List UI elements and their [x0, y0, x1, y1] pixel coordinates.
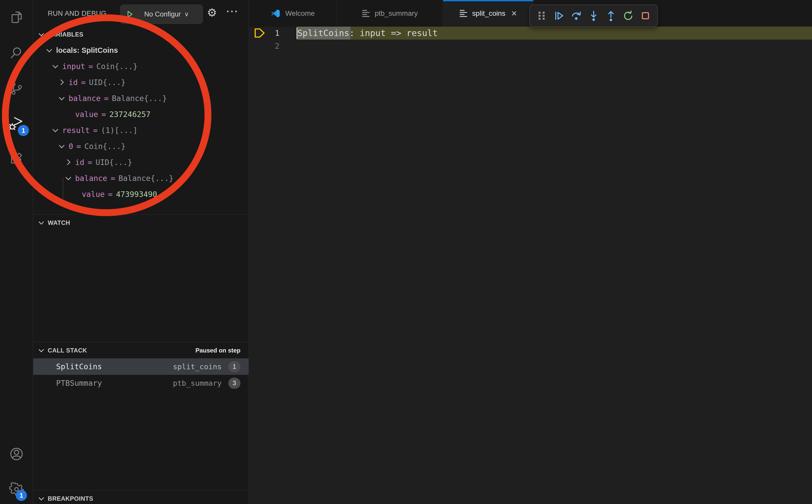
paused-status-badge: Paused on step [195, 347, 240, 354]
debug-settings-gear-icon[interactable]: ⚙ [207, 5, 217, 20]
chevron-down-icon[interactable] [51, 126, 60, 135]
debug-config-dropdown[interactable]: No Configur ∨ [120, 5, 203, 24]
toolbar-drag-handle[interactable] [534, 7, 550, 25]
tab-label: ptb_summary [375, 9, 418, 18]
frame-line-badge: 3 [228, 378, 240, 389]
call-stack-section-header[interactable]: CALL STACK Paused on step [33, 342, 248, 358]
stop-button[interactable] [638, 7, 653, 25]
variable-row-balance2[interactable]: balance = Balance{...} [33, 170, 248, 186]
chevron-right-icon[interactable] [64, 158, 73, 167]
chevron-right-icon[interactable] [57, 78, 66, 87]
settings-badge: 1 [16, 490, 27, 501]
vscode-window: 1 1 RUN AND DEBUG [0, 0, 812, 504]
chevron-down-icon[interactable] [45, 46, 54, 55]
tab-split-coins[interactable]: split_coins × [443, 0, 534, 27]
line-number-2: 2 [249, 40, 279, 53]
chevron-down-icon[interactable] [38, 347, 45, 354]
notebook-icon [460, 9, 467, 18]
chevron-down-icon[interactable] [38, 495, 45, 502]
debug-toolbar [530, 5, 658, 27]
activity-bar: 1 1 [0, 0, 33, 504]
search-icon [9, 45, 24, 60]
call-stack-section-title: CALL STACK [48, 347, 87, 354]
call-stack-frame-splitcoins[interactable]: SplitCoins split_coins 1 [33, 358, 248, 375]
line-number-1: 1 [249, 27, 279, 40]
debug-badge: 1 [18, 125, 29, 136]
sidebar-header: RUN AND DEBUG No Configur ∨ ⚙ ⋯ [33, 0, 248, 26]
frame-line-badge: 1 [228, 361, 240, 372]
settings-button[interactable]: 1 [0, 475, 33, 504]
variable-row-id2[interactable]: id = UID{...} [33, 154, 248, 170]
config-label: No Configur [144, 10, 181, 18]
sidebar-item-search[interactable] [0, 38, 33, 68]
account-icon [9, 446, 24, 462]
variable-row-id[interactable]: id = UID{...} [33, 74, 248, 90]
sidebar-item-source-control[interactable] [0, 74, 33, 103]
variable-row-value2[interactable]: value = 473993490 [33, 186, 248, 202]
code-word-splitcoins: SplitCoins [297, 28, 349, 38]
variable-row-input[interactable]: input = Coin{...} [33, 58, 248, 74]
variable-row-value[interactable]: value = 237246257 [33, 106, 248, 122]
more-actions-icon[interactable]: ⋯ [226, 4, 238, 19]
sidebar-item-extensions[interactable] [0, 144, 33, 173]
editor-group: Welcome ptb_summary split_coins × [249, 0, 812, 504]
chevron-down-icon: ∨ [184, 11, 189, 18]
chevron-down-icon[interactable] [64, 174, 73, 183]
tab-label: Welcome [285, 9, 314, 18]
start-debug-icon[interactable] [120, 5, 139, 24]
tab-ptb-summary[interactable]: ptb_summary [337, 0, 443, 27]
chevron-down-icon[interactable] [38, 219, 45, 227]
close-icon[interactable]: × [511, 10, 517, 17]
indent-guide [63, 178, 63, 203]
chevron-down-icon[interactable] [38, 31, 45, 38]
variable-row-locals[interactable]: locals: SplitCoins [33, 42, 248, 58]
breakpoints-section-header[interactable]: BREAKPOINTS [33, 490, 248, 504]
chevron-down-icon[interactable] [57, 142, 66, 151]
variable-row-0[interactable]: 0 = Coin{...} [33, 138, 248, 154]
run-and-debug-sidebar: RUN AND DEBUG No Configur ∨ ⚙ ⋯ VARIABLE… [33, 0, 249, 504]
watch-section-title: WATCH [48, 219, 70, 226]
extensions-icon [9, 151, 24, 166]
git-branch-icon [9, 81, 24, 96]
tab-welcome[interactable]: Welcome [249, 0, 337, 27]
watch-section-header[interactable]: WATCH [33, 214, 248, 231]
step-over-button[interactable] [569, 7, 584, 25]
continue-button[interactable] [551, 7, 567, 25]
code-editor[interactable]: 1 2 SplitCoins: input => result [249, 27, 812, 504]
chevron-down-icon[interactable] [57, 94, 66, 103]
breakpoints-section-title: BREAKPOINTS [48, 495, 93, 502]
call-stack-frame-ptbsummary[interactable]: PTBSummary ptb_summary 3 [33, 375, 248, 391]
variables-section-header[interactable]: VARIABLES [33, 26, 248, 43]
files-icon [9, 10, 24, 25]
step-out-button[interactable] [603, 7, 619, 25]
accounts-button[interactable] [0, 439, 33, 469]
sidebar-item-run-and-debug[interactable]: 1 [0, 109, 33, 138]
variable-row-result[interactable]: result = (1)[...] [33, 122, 248, 138]
sidebar-item-explorer[interactable] [0, 3, 33, 32]
tab-label: split_coins [472, 9, 506, 18]
vscode-logo-icon [271, 9, 280, 18]
text-cursor [296, 28, 297, 39]
variables-section-title: VARIABLES [48, 31, 84, 38]
step-into-button[interactable] [586, 7, 602, 25]
sidebar-title: RUN AND DEBUG [48, 10, 107, 18]
variable-row-balance[interactable]: balance = Balance{...} [33, 90, 248, 106]
chevron-down-icon[interactable] [51, 62, 60, 71]
code-line-rest: : input => result [349, 28, 438, 38]
restart-button[interactable] [620, 7, 636, 25]
code-line-1: SplitCoins: input => result [297, 27, 438, 40]
notebook-icon [362, 9, 370, 18]
